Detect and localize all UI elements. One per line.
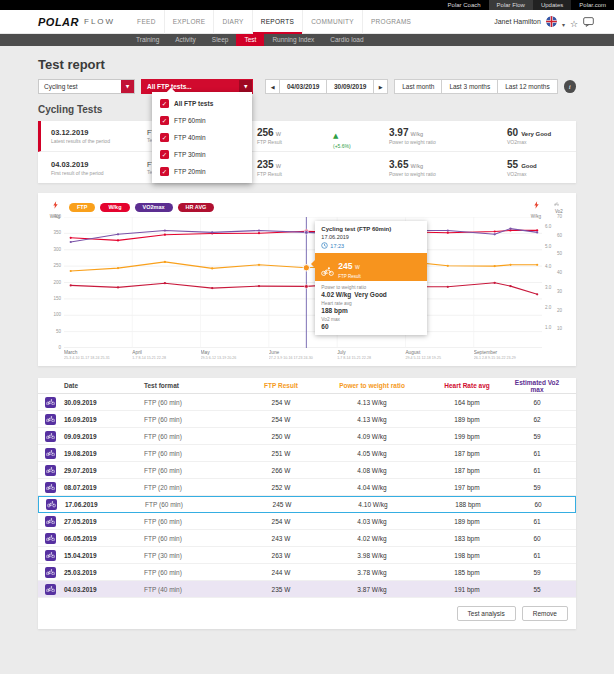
table-cell-format: FTP (60 min) [142, 569, 246, 576]
table-cell-ftp: 252 W [246, 484, 316, 491]
nav-item-reports[interactable]: REPORTS [252, 10, 302, 34]
checkbox-checked-icon[interactable] [160, 133, 169, 142]
legend-pill-hravg[interactable]: HR AVG [178, 203, 215, 212]
table-cell-hr: 189 bpm [428, 416, 506, 423]
table-row[interactable]: 08.07.2019FTP (20 min)252 W4.04 W/kg197 … [38, 479, 576, 496]
polar-logo[interactable]: POLAR [38, 16, 79, 28]
table-row[interactable]: 29.07.2019FTP (60 min)266 W4.08 W/kg187 … [38, 462, 576, 479]
subnav-item-cardio-load[interactable]: Cardio load [322, 34, 371, 46]
plot-area: Cycling test (FTP 60min) 17.06.2019 17:2… [64, 217, 542, 348]
ftp-caption: FTP Result [257, 139, 333, 145]
table-header-ftp[interactable]: FTP Result [246, 382, 316, 389]
legend-pill-ftp[interactable]: FTP [69, 203, 95, 212]
user-menu-caret-icon[interactable] [562, 13, 565, 31]
table-cell-format: FTP (60 min) [142, 467, 246, 474]
table-cell-vo2: 61 [506, 467, 568, 474]
y-axis-tick: 0 [58, 345, 61, 350]
subnav-item-test[interactable]: Test [236, 34, 264, 46]
remove-button[interactable]: Remove [522, 606, 568, 621]
table-cell-format: FTP (40 min) [142, 586, 246, 593]
sport-select[interactable]: Cycling test [38, 79, 135, 94]
tooltip-vo2-metric: Vo2 max 60 [321, 317, 421, 330]
range-button-last-month[interactable]: Last month [394, 79, 442, 94]
date-from-field[interactable]: 04/03/2019 [279, 79, 327, 94]
month-label: June [269, 350, 337, 355]
cyclist-icon [45, 448, 56, 459]
test-results-chart[interactable] [64, 217, 542, 348]
table-row[interactable]: 16.09.2019FTP (60 min)254 W4.13 W/kg189 … [38, 411, 576, 428]
table-header-date[interactable]: Date [62, 382, 142, 389]
table-header-row: Date Test format FTP Result Power to wei… [38, 378, 576, 394]
table-header-vo2[interactable]: Estimated Vo2 max [506, 379, 568, 393]
table-header-hr[interactable]: Heart Rate avg [428, 382, 506, 389]
legend-pill-wkg[interactable]: W/kg [100, 203, 129, 212]
test-analysis-button[interactable]: Test analysis [457, 606, 516, 621]
favorites-star-icon[interactable] [570, 13, 578, 31]
date-range-group: 04/03/2019 30/09/2019 [265, 79, 388, 94]
nav-item-programs[interactable]: PROGRAMS [362, 10, 419, 34]
table-row[interactable]: 25.03.2019FTP (60 min)244 W3.78 W/kg185 … [38, 564, 576, 581]
table-cell-date: 17.06.2019 [63, 501, 143, 508]
checkbox-checked-icon[interactable] [160, 167, 169, 176]
y-axis-tick: 400 [53, 214, 61, 219]
nav-item-explore[interactable]: EXPLORE [164, 10, 214, 34]
info-button[interactable]: i [564, 80, 576, 93]
tooltip-wkg-label: Power to weight ratio [321, 285, 421, 290]
topbar-link[interactable]: Polar.com [571, 0, 614, 10]
table-cell-ftp: 254 W [246, 518, 316, 525]
table-cell-format: FTP (20 min) [142, 484, 246, 491]
filter-menu-item[interactable]: FTP 40min [152, 129, 252, 146]
subnav-item-training[interactable]: Training [128, 34, 167, 46]
x-axis-month: August29-4 5-11 12-18 19-25 [405, 350, 473, 360]
table-row[interactable]: 17.06.2019FTP (60 min)245 W4.10 W/kg188 … [38, 496, 576, 513]
subnav-item-activity[interactable]: Activity [167, 34, 204, 46]
x-axis-month: May29-5 6-12 13-19 20-26 [201, 350, 269, 360]
range-button-last-3-months[interactable]: Last 3 months [441, 79, 498, 94]
user-avatar[interactable] [546, 16, 557, 27]
subnav-item-sleep[interactable]: Sleep [204, 34, 237, 46]
table-row[interactable]: 04.03.2019FTP (40 min)235 W3.87 W/kg191 … [38, 581, 576, 598]
table-header-power[interactable]: Power to weight ratio [316, 382, 428, 389]
table-row[interactable]: 06.05.2019FTP (60 min)243 W4.02 W/kg183 … [38, 530, 576, 547]
table-row[interactable]: 15.04.2019FTP (30 min)263 W3.98 W/kg198 … [38, 547, 576, 564]
month-label: September [474, 350, 542, 355]
table-header-format[interactable]: Test format [142, 382, 246, 389]
nav-item-community[interactable]: COMMUNITY [302, 10, 362, 34]
filter-menu-item[interactable]: All FTP tests [152, 95, 252, 112]
table-cell-vo2: 60 [507, 501, 569, 508]
date-to-field[interactable]: 30/09/2019 [326, 79, 374, 94]
messages-bubble-icon[interactable] [583, 13, 594, 31]
summary-card: 03.12.2019 Latest results of the period … [38, 121, 576, 183]
table-row[interactable]: 27.05.2019FTP (60 min)254 W4.03 W/kg189 … [38, 513, 576, 530]
next-period-button[interactable] [373, 79, 388, 94]
plot-row: 400350300250200150100500 Cycling test (F… [46, 217, 568, 348]
cyclist-icon [321, 263, 334, 272]
y-axis-tick-vo2: 60 [557, 233, 562, 238]
table-cell-hr: 188 bpm [429, 501, 507, 508]
user-name[interactable]: Janet Hamilton [494, 18, 541, 25]
filter-menu-item[interactable]: FTP 20min [152, 163, 252, 180]
legend-pill-vo2max[interactable]: VO2max [135, 203, 173, 212]
table-row-icon-cell [38, 567, 62, 578]
cyclist-icon [45, 584, 56, 595]
filter-menu-item[interactable]: FTP 60min [152, 112, 252, 129]
vo2-caption: VO2max [507, 139, 576, 145]
section-title: Cycling Tests [38, 104, 576, 115]
filter-menu-item[interactable]: FTP 30min [152, 146, 252, 163]
subnav-item-running-index[interactable]: Running Index [264, 34, 322, 46]
topbar-link[interactable]: Polar Flow [489, 0, 533, 10]
table-row-icon-cell [38, 448, 62, 459]
checkbox-checked-icon[interactable] [160, 116, 169, 125]
range-button-last-12-months[interactable]: Last 12 months [497, 79, 557, 94]
previous-period-button[interactable] [265, 79, 280, 94]
topbar-link[interactable]: Polar Coach [440, 0, 489, 10]
checkbox-checked-icon[interactable] [160, 150, 169, 159]
checkbox-checked-icon[interactable] [160, 99, 169, 108]
nav-item-feed[interactable]: FEED [129, 10, 164, 34]
table-row[interactable]: 19.08.2019FTP (60 min)251 W4.05 W/kg187 … [38, 445, 576, 462]
nav-item-diary[interactable]: DIARY [213, 10, 251, 34]
table-cell-format: FTP (60 min) [142, 450, 246, 457]
table-row[interactable]: 30.09.2019FTP (60 min)254 W4.13 W/kg164 … [38, 394, 576, 411]
topbar-link[interactable]: Updates [533, 0, 571, 10]
table-row[interactable]: 09.09.2019FTP (60 min)250 W4.09 W/kg199 … [38, 428, 576, 445]
